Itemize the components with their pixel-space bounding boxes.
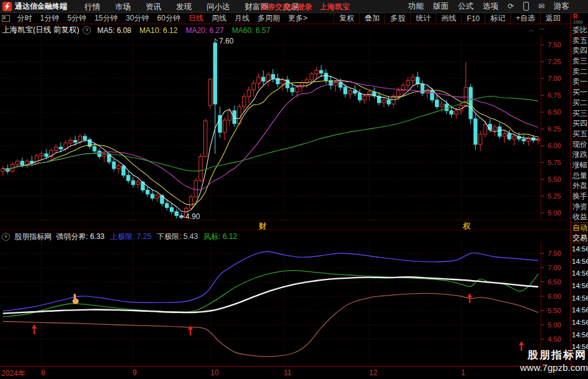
period-日线[interactable]: 日线 — [184, 13, 207, 24]
event-marker-band: 财权 — [0, 220, 570, 230]
quote-row-买三: 买三 — [571, 108, 588, 119]
quote-row-净资: 净资 — [571, 202, 588, 212]
period-30分钟[interactable]: 30分钟 — [122, 13, 153, 24]
tick-time-row: 14:56 — [571, 280, 588, 292]
toolbar-button-多股[interactable]: 多股 — [385, 13, 410, 24]
svg-text:6.75: 6.75 — [548, 91, 561, 99]
tick-time-row: 14:56 — [571, 329, 588, 342]
period-更多>[interactable]: 更多> — [284, 13, 311, 24]
period-月线[interactable]: 月线 — [230, 13, 253, 24]
auto-trade-交易[interactable]: 交易 — [571, 233, 588, 243]
layout-icon[interactable] — [2, 15, 10, 22]
menubar-right: 功能版面公式选项 ⟳ ✉ 游客 — [408, 0, 569, 12]
period-60分钟[interactable]: 60分钟 — [153, 13, 184, 24]
quote-row-换手: 换手 — [571, 191, 588, 202]
quote-row-收益: 收益 — [571, 212, 588, 222]
menu-item-资讯[interactable]: 资讯 — [138, 2, 169, 11]
indicator-field-0: 强弱分界: 6.33 — [56, 232, 105, 242]
mail-icon[interactable]: ✉ — [538, 2, 544, 11]
tdx-logo-icon[interactable] — [2, 2, 12, 11]
event-marker-权[interactable]: 权 — [463, 221, 470, 232]
svg-text:5.00: 5.00 — [548, 321, 561, 329]
quote-row-卖四: 卖四 — [571, 45, 588, 56]
phone-icon[interactable] — [523, 2, 529, 11]
menu-item-发现[interactable]: 发现 — [169, 2, 199, 11]
period-5分钟[interactable]: 5分钟 — [63, 13, 91, 24]
indicator-chevron-icon[interactable]: ∨ — [2, 233, 10, 241]
svg-text:7.00: 7.00 — [548, 75, 561, 82]
app-title: 通达信金融终端 — [15, 1, 67, 12]
svg-text:4.50: 4.50 — [548, 335, 561, 343]
toolbar-button-叠加[interactable]: 叠加 — [359, 13, 385, 24]
user-label[interactable]: 游客 — [554, 1, 569, 12]
indicator-chart[interactable]: 7.507.006.506.005.505.004.50 — [0, 242, 570, 366]
menu-item-选项[interactable]: 选项 — [483, 1, 498, 12]
quote-row-外盘: 外盘 — [571, 180, 588, 191]
quote-sidebar: R 1000 委比卖五卖四卖三卖二卖一买一买二买三买四买五现价涨跌涨幅总量外盘换… — [570, 13, 588, 366]
margin-badge: R 1000 — [571, 13, 588, 25]
svg-text:7.60: 7.60 — [219, 37, 234, 45]
quote-row-卖三: 卖三 — [571, 56, 588, 67]
menu-item-市场[interactable]: 市场 — [108, 2, 138, 11]
period-group: 分时1分钟5分钟15分钟30分钟60分钟日线周线月线多周期更多> — [2, 13, 311, 24]
tick-time-row: 14:56 — [571, 317, 588, 329]
current-stock-label[interactable]: 上海凯宝 — [320, 2, 350, 12]
stock-title[interactable]: 上海凯宝(日线 前复权) — [2, 25, 79, 35]
svg-text:6.00: 6.00 — [548, 292, 561, 300]
svg-text:6.25: 6.25 — [548, 125, 561, 133]
toolbar-button-统计[interactable]: 统计 — [410, 13, 436, 24]
svg-text:7.50: 7.50 — [548, 41, 561, 49]
toolbar-button-复权[interactable]: 复权 — [334, 13, 359, 24]
month-label-12: 12 — [369, 368, 377, 377]
period-15分钟[interactable]: 15分钟 — [90, 13, 121, 24]
indicator-header: ∨ 股朋指标网 强弱分界: 6.33上极限: 7.25下极限: 5.43风标: … — [0, 231, 570, 242]
auto-trade-自动[interactable]: 自动 — [571, 222, 588, 233]
period-toolbar: 分时1分钟5分钟15分钟30分钟60分钟日线周线月线多周期更多> 复权叠加多股统… — [0, 13, 588, 24]
ma-label-0: MA5: 6.08 — [97, 26, 131, 35]
tick-time-row: 14:56 — [571, 304, 588, 317]
panel-menu-icon[interactable]: ⋯ — [539, 26, 545, 34]
indicator-field-2: 下极限: 5.43 — [157, 232, 198, 242]
indicator-field-1: 上极限: 7.25 — [110, 232, 151, 242]
watermark-site-name: 股朋指标网 — [528, 348, 587, 362]
margin-r-flag: R — [573, 14, 588, 19]
svg-text:7.25: 7.25 — [548, 58, 561, 65]
toolbar-button-F10[interactable]: F10 — [461, 14, 485, 23]
menu-item-公式[interactable]: 公式 — [458, 1, 474, 12]
menu-item-功能[interactable]: 功能 — [408, 1, 424, 12]
quote-row-涨幅: 涨幅 — [571, 160, 588, 171]
refresh-icon[interactable]: ⟳ — [508, 2, 514, 11]
candlestick-chart[interactable]: 7.507.257.006.756.506.256.005.755.505.25… — [0, 35, 570, 220]
indicator-values: 强弱分界: 6.33上极限: 7.25下极限: 5.43风标: 6.12 — [56, 232, 237, 242]
chevron-down-icon[interactable]: ∨ — [83, 26, 91, 34]
lot-size-label: 1000 — [573, 19, 588, 25]
quote-row-总量: 总量 — [571, 171, 588, 181]
svg-text:5.50: 5.50 — [548, 307, 561, 314]
tick-time-row: 14:56 — [571, 243, 588, 256]
toolbar-button-画线[interactable]: 画线 — [436, 13, 461, 24]
toolbar-right-buttons: 复权叠加多股统计画线F10标记+自选返回 — [334, 13, 566, 24]
login-alert-text: 证券交易未登录 — [260, 2, 312, 12]
panel-corner-icons[interactable]: ︿⋯ — [528, 26, 545, 34]
toolbar-button-返回[interactable]: 返回 — [540, 13, 566, 24]
panel-collapse-icon[interactable]: ︿ — [528, 26, 534, 34]
toolbar-button-标记[interactable]: 标记 — [485, 13, 510, 24]
menu-item-问小达[interactable]: 问小达 — [199, 2, 238, 11]
quote-row-卖一: 卖一 — [571, 77, 588, 87]
svg-text:6.50: 6.50 — [548, 108, 561, 116]
quote-row-买四: 买四 — [571, 118, 588, 129]
quote-row-卖二: 卖二 — [571, 67, 588, 77]
period-1分钟[interactable]: 1分钟 — [36, 13, 63, 24]
svg-text:7.00: 7.00 — [548, 264, 561, 271]
menu-right-items: 功能版面公式选项 — [408, 1, 498, 12]
toolbar-button-+自选[interactable]: +自选 — [510, 13, 540, 24]
period-分时[interactable]: 分时 — [13, 13, 36, 24]
event-marker-财[interactable]: 财 — [259, 221, 266, 232]
period-buttons: 分时1分钟5分钟15分钟30分钟60分钟日线周线月线多周期更多> — [13, 13, 311, 24]
period-多周期[interactable]: 多周期 — [253, 13, 284, 24]
menu-item-版面[interactable]: 版面 — [433, 1, 449, 12]
menu-item-行情[interactable]: 行情 — [77, 2, 108, 11]
svg-text:6.00: 6.00 — [548, 142, 561, 149]
quote-row-现价: 现价 — [571, 139, 588, 150]
period-周线[interactable]: 周线 — [207, 13, 230, 24]
